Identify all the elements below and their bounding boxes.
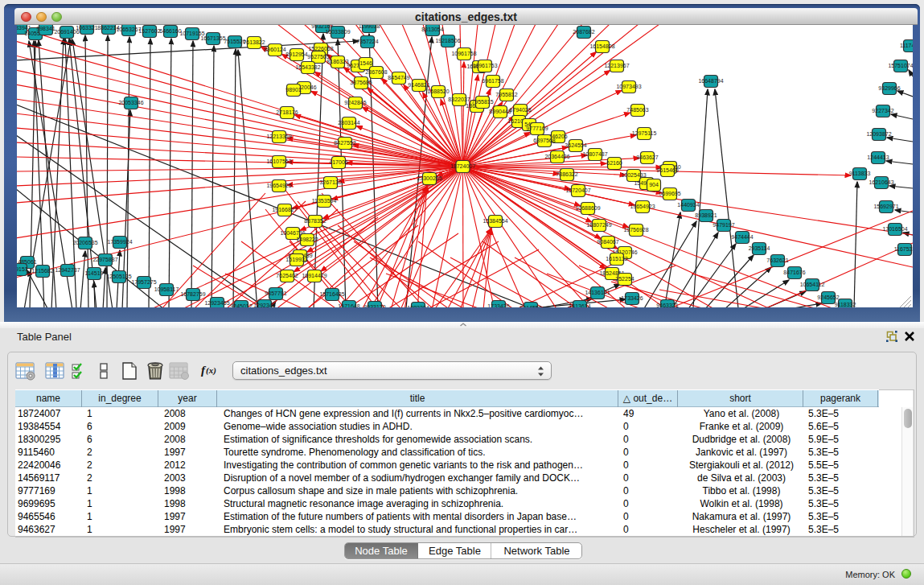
svg-text:9479197: 9479197 [713, 222, 734, 228]
svg-text:6794028: 6794028 [509, 107, 531, 113]
svg-text:20053346: 20053346 [118, 100, 143, 105]
svg-text:12923465: 12923465 [204, 300, 229, 306]
svg-text:12505135: 12505135 [106, 274, 131, 279]
svg-text:10961758: 10961758 [451, 51, 476, 56]
svg-text:2718176: 2718176 [276, 109, 298, 115]
svg-text:3267130: 3267130 [319, 179, 341, 185]
svg-text:15751074: 15751074 [888, 63, 913, 68]
svg-text:7955815: 7955815 [471, 99, 493, 105]
svg-text:14136141: 14136141 [585, 290, 610, 295]
svg-text:1527602: 1527602 [138, 28, 160, 34]
svg-text:7886322: 7886322 [556, 171, 577, 177]
svg-text:19218506: 19218506 [435, 38, 460, 43]
svg-text:12213967: 12213967 [604, 63, 629, 68]
svg-text:7357224: 7357224 [356, 39, 378, 44]
svg-text:10973493: 10973493 [616, 84, 641, 89]
svg-text:0699695: 0699695 [659, 191, 680, 196]
svg-text:9615460: 9615460 [656, 167, 678, 173]
svg-text:16154808: 16154808 [589, 43, 614, 49]
svg-text:1063321: 1063321 [76, 25, 97, 31]
svg-text:2935114: 2935114 [749, 245, 770, 251]
svg-text:1199038: 1199038 [359, 25, 380, 29]
svg-text:9084067: 9084067 [597, 239, 618, 245]
svg-text:1883304: 1883304 [407, 305, 429, 307]
svg-text:10688609: 10688609 [575, 205, 600, 211]
svg-text:9245012: 9245012 [230, 303, 252, 307]
svg-text:3624554: 3624554 [565, 142, 586, 148]
svg-text:16543382: 16543382 [295, 64, 320, 70]
svg-text:9146821: 9146821 [408, 82, 429, 88]
svg-text:1571648: 1571648 [338, 303, 359, 307]
svg-text:16648794: 16648794 [698, 78, 723, 84]
svg-text:12942737: 12942737 [55, 267, 80, 273]
svg-text:114519: 114519 [85, 270, 104, 276]
svg-text:(x): (x) [206, 365, 216, 376]
svg-text:15692971: 15692971 [873, 204, 898, 209]
svg-text:15716485: 15716485 [319, 291, 344, 297]
svg-text:3875685: 3875685 [350, 80, 372, 85]
svg-text:17016504: 17016504 [882, 226, 907, 232]
svg-text:8427552: 8427552 [334, 140, 355, 146]
svg-text:12975115: 12975115 [632, 130, 657, 136]
svg-text:9777169: 9777169 [526, 126, 548, 131]
svg-text:10653267: 10653267 [116, 27, 141, 32]
svg-text:19166827: 19166827 [272, 207, 297, 212]
svg-text:417006: 417006 [329, 159, 347, 165]
svg-text:7632621: 7632621 [766, 257, 788, 263]
svg-text:6961758: 6961758 [482, 78, 503, 84]
svg-text:9118332: 9118332 [835, 302, 856, 307]
svg-text:998341: 998341 [36, 26, 55, 31]
svg-text:8960124: 8960124 [264, 47, 285, 52]
svg-text:1546: 1546 [359, 60, 372, 66]
svg-text:16210643: 16210643 [869, 179, 893, 185]
svg-text:1244413: 1244413 [867, 154, 889, 160]
svg-text:1498222: 1498222 [296, 237, 318, 242]
svg-text:16782759: 16782759 [180, 291, 205, 297]
svg-text:20364436: 20364436 [544, 154, 569, 159]
svg-text:1413614: 1413614 [569, 303, 590, 307]
svg-text:9227342: 9227342 [872, 108, 893, 113]
svg-text:9933120: 9933120 [363, 304, 385, 307]
svg-text:19654925: 19654925 [266, 183, 291, 188]
svg-text:8990448: 8990448 [489, 109, 511, 114]
svg-text:22975887: 22975887 [92, 257, 117, 262]
svg-text:9463321: 9463321 [656, 303, 678, 307]
svg-text:9113833: 9113833 [849, 171, 871, 176]
svg-text:18724007: 18724007 [450, 163, 475, 169]
svg-text:1167533: 1167533 [894, 246, 913, 252]
svg-text:6466160: 6466160 [159, 28, 181, 34]
svg-text:2867608: 2867608 [365, 69, 387, 75]
svg-text:6897568: 6897568 [533, 138, 555, 143]
svg-text:39151: 39151 [17, 266, 28, 272]
svg-text:98901: 98901 [285, 87, 302, 93]
svg-text:7613822: 7613822 [243, 39, 265, 45]
svg-text:11353594: 11353594 [312, 198, 337, 204]
svg-text:8186323: 8186323 [326, 59, 348, 64]
svg-text:9245652: 9245652 [817, 295, 839, 300]
svg-text:17359924: 17359924 [107, 239, 132, 245]
svg-text:8912954: 8912954 [285, 51, 307, 57]
svg-text:8813054: 8813054 [421, 27, 443, 32]
svg-text:16914479: 16914479 [302, 273, 326, 278]
svg-text:16033809: 16033809 [325, 29, 350, 35]
svg-text:8938921: 8938921 [695, 212, 717, 218]
svg-text:9214553: 9214553 [519, 305, 541, 307]
svg-text:2803144: 2803144 [338, 120, 359, 126]
svg-text:1519933: 1519933 [285, 257, 307, 262]
svg-text:252254: 252254 [615, 276, 634, 282]
svg-text:9242845: 9242845 [344, 100, 366, 105]
svg-text:7955812: 7955812 [495, 92, 517, 97]
svg-text:18807249: 18807249 [586, 222, 611, 228]
svg-text:1733426: 1733426 [621, 295, 643, 301]
svg-text:7625402: 7625402 [276, 273, 298, 278]
svg-text:10807487: 10807487 [582, 151, 607, 157]
svg-text:19961753: 19961753 [472, 63, 497, 68]
svg-text:2087682: 2087682 [573, 29, 594, 35]
svg-text:8878352: 8878352 [304, 218, 326, 224]
svg-text:10654112: 10654112 [800, 282, 825, 287]
svg-text:904: 904 [649, 182, 659, 187]
svg-text:9329966: 9329966 [878, 85, 900, 91]
svg-text:7485063: 7485063 [626, 107, 648, 113]
svg-text:9474444: 9474444 [731, 234, 753, 240]
svg-text:62160: 62160 [606, 160, 622, 166]
